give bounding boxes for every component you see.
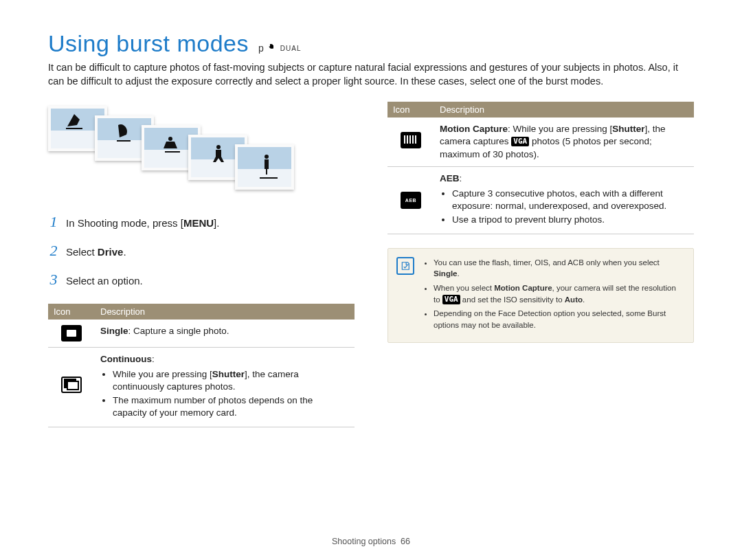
- steps-list: 1In Shooting mode, press [MENU]. 2Select…: [48, 208, 355, 293]
- note-box: You can use the flash, timer, OIS, and A…: [387, 248, 694, 343]
- dual-hand-icon: [268, 42, 276, 54]
- th-icon: Icon: [387, 102, 434, 117]
- th-desc: Description: [434, 102, 694, 117]
- row-aeb: AEB AEB: Capture 3 consecutive photos, e…: [387, 166, 694, 234]
- right-column: Icon Description Motion Capture: While y…: [387, 102, 694, 427]
- continuous-icon: [61, 377, 82, 393]
- svg-point-2: [265, 155, 269, 159]
- options-table-left: Icon Description Single: Capture a singl…: [48, 304, 355, 427]
- page-title: Using burst modes: [48, 30, 249, 57]
- burst-frame-5: [235, 144, 294, 190]
- motion-capture-icon: [401, 132, 421, 148]
- th-desc: Description: [95, 304, 355, 320]
- single-icon: [61, 325, 82, 341]
- row-single: Single: Capture a single photo.: [48, 320, 355, 348]
- svg-point-0: [168, 137, 172, 141]
- note-icon: [396, 257, 414, 275]
- svg-point-1: [216, 145, 221, 149]
- intro-text: It can be difficult to capture photos of…: [48, 61, 694, 88]
- th-icon: Icon: [48, 304, 95, 320]
- page-title-row: Using burst modes p DUAL: [48, 30, 694, 57]
- page-footer: Shooting options 66: [0, 537, 742, 546]
- step-2: 2Select Drive.: [48, 236, 355, 265]
- vga-badge: VGA: [442, 295, 460, 304]
- options-table-right: Icon Description Motion Capture: While y…: [387, 102, 694, 234]
- row-motion-capture: Motion Capture: While you are pressing […: [387, 117, 694, 166]
- vga-badge: VGA: [511, 137, 529, 146]
- burst-sequence-graphic: [48, 106, 355, 195]
- mode-indicators: p DUAL: [258, 42, 301, 54]
- mode-p-label: p: [258, 43, 264, 54]
- step-3: 3Select an option.: [48, 265, 355, 294]
- mode-dual-label: DUAL: [280, 45, 302, 52]
- aeb-icon: AEB: [401, 192, 421, 209]
- row-continuous: Continuous: While you are pressing [Shut…: [48, 347, 355, 427]
- step-1: 1In Shooting mode, press [MENU].: [48, 208, 355, 236]
- left-column: 1In Shooting mode, press [MENU]. 2Select…: [48, 102, 355, 427]
